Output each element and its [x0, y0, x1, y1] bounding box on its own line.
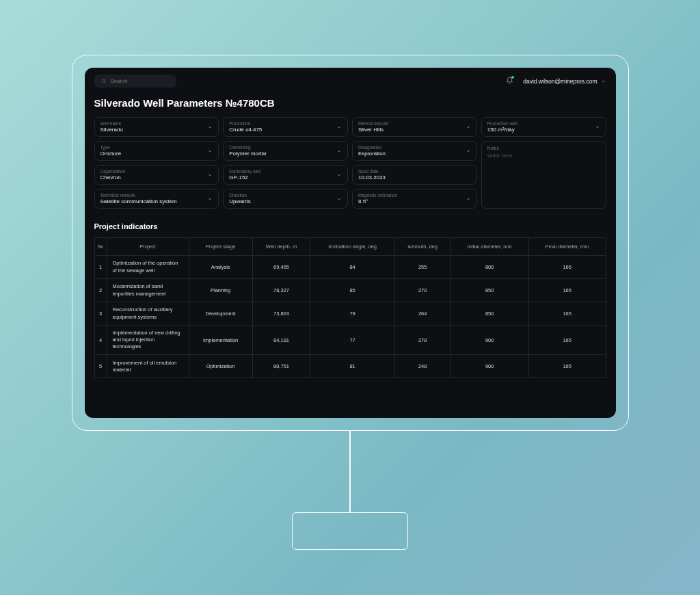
field-type[interactable]: Type Onshore — [94, 141, 219, 161]
field-value: 8.5° — [358, 198, 397, 204]
cell-final-diameter: 165 — [528, 355, 606, 378]
field-value: Crude oil-475 — [229, 127, 262, 133]
field-value: GP-152 — [229, 174, 260, 181]
field-value: Exploration — [358, 150, 386, 157]
cell-stage: Implementation — [189, 326, 252, 355]
cell-final-diameter: 165 — [528, 256, 606, 279]
cell-stage: Development — [189, 302, 252, 326]
field-notes[interactable]: Notes — [481, 141, 606, 209]
cell-depth: 80,751 — [252, 355, 310, 378]
field-label: Organization — [100, 169, 126, 174]
field-label: Direction — [229, 193, 251, 198]
cell-init-diameter: 800 — [450, 256, 528, 279]
field-magnetic-inclination[interactable]: Magnetic inclination 8.5° — [352, 189, 477, 209]
monitor-frame: david.wilson@minepros.com Silverado Well… — [72, 55, 629, 431]
field-production-well[interactable]: Production well 150 m³/day — [481, 117, 606, 137]
field-label: Spud date — [358, 169, 386, 174]
field-exploratory-well[interactable]: Exploratory well GP-152 — [223, 165, 348, 185]
monitor-stand-neck — [349, 430, 351, 512]
col-stage: Project stage — [189, 238, 252, 256]
chevron-down-icon — [207, 148, 213, 154]
monitor-stand-base — [292, 512, 408, 550]
field-value: Silver Hills — [358, 127, 388, 133]
field-spud-date[interactable]: Spud date 10.03.2023 — [352, 165, 477, 185]
field-label: Production well — [487, 121, 517, 126]
chevron-down-icon — [595, 124, 600, 130]
field-production[interactable]: Production Crude oil-475 — [223, 117, 348, 137]
cell-azimuth: 270 — [394, 279, 450, 302]
cell-azimuth: 278 — [394, 326, 450, 355]
col-project: Project — [107, 238, 189, 256]
col-depth: Well depth, m — [252, 238, 310, 256]
field-label: Well name — [100, 121, 123, 126]
search-icon — [101, 78, 107, 84]
field-direction[interactable]: Direction Upwards — [223, 189, 348, 209]
user-menu[interactable]: david.wilson@minepros.com — [523, 78, 606, 85]
cell-init-diameter: 900 — [450, 326, 528, 355]
cell-number: 4 — [94, 326, 107, 355]
table-row[interactable]: 4Implementation of new drilling and liqu… — [94, 326, 606, 355]
field-designation[interactable]: Designation Exploration — [352, 141, 477, 161]
col-final-diam: Final diameter, mm — [528, 238, 606, 256]
chevron-down-icon — [336, 172, 342, 178]
topbar: david.wilson@minepros.com — [85, 68, 616, 94]
field-technical-network[interactable]: Technical network Satellite communicatio… — [94, 189, 219, 209]
cell-project: Improvement of oil emulsion material — [107, 355, 189, 378]
table-row[interactable]: 1Optimization of the operation of the se… — [94, 256, 606, 279]
cell-project: Reconstruction of auxiliary equipment sy… — [107, 302, 189, 326]
field-label: Exploratory well — [229, 169, 260, 174]
form-grid: Well name Silverado Production Crude oil… — [94, 117, 606, 209]
field-label: Cementing — [229, 145, 267, 150]
chevron-down-icon — [207, 124, 213, 130]
table-body: 1Optimization of the operation of the se… — [94, 256, 606, 378]
field-value: 10.03.2023 — [358, 174, 386, 181]
chevron-down-icon — [601, 79, 606, 84]
chevron-down-icon — [466, 196, 471, 202]
table-row[interactable]: 5Improvement of oil emulsion materialOpt… — [94, 355, 606, 378]
col-number: № — [94, 238, 107, 256]
field-label: Technical network — [100, 193, 177, 198]
field-value: Silverado — [100, 127, 123, 133]
table-row[interactable]: 3Reconstruction of auxiliary equipment s… — [94, 302, 606, 326]
cell-azimuth: 248 — [394, 355, 450, 378]
field-label: Mineral deposit — [358, 121, 388, 126]
chevron-down-icon — [336, 148, 342, 154]
field-cementing[interactable]: Cementing Polymer mortar — [223, 141, 348, 161]
col-azimuth: Azimuth, deg — [394, 238, 450, 256]
svg-line-1 — [105, 82, 105, 83]
cell-depth: 73,863 — [252, 302, 310, 326]
field-value: Satellite communication system — [100, 198, 177, 204]
page-title: Silverado Well Parameters №4780CB — [94, 97, 606, 109]
field-value: Chevron — [100, 174, 126, 181]
table-row[interactable]: 2Modernization of sand impurities manage… — [94, 279, 606, 302]
notes-textarea[interactable] — [487, 153, 600, 202]
cell-project: Modernization of sand impurities managem… — [107, 279, 189, 302]
cell-azimuth: 255 — [394, 256, 450, 279]
cell-number: 2 — [94, 279, 107, 302]
cell-inclination: 85 — [310, 279, 395, 302]
col-inclination: Inclination angle, deg — [310, 238, 395, 256]
field-organization[interactable]: Organization Chevron — [94, 165, 219, 185]
cell-inclination: 77 — [310, 326, 395, 355]
notifications-button[interactable] — [506, 77, 513, 85]
chevron-down-icon — [336, 124, 342, 130]
field-mineral-deposit[interactable]: Mineral deposit Silver Hills — [352, 117, 477, 137]
search-box[interactable] — [94, 75, 176, 88]
field-value: 150 m³/day — [487, 127, 517, 133]
field-label: Designation — [358, 145, 386, 150]
chevron-down-icon — [466, 148, 471, 154]
chevron-down-icon — [207, 196, 213, 202]
field-label: Production — [229, 121, 262, 126]
search-input[interactable] — [110, 78, 169, 84]
field-well-name[interactable]: Well name Silverado — [94, 117, 219, 137]
cell-final-diameter: 165 — [528, 326, 606, 355]
svg-point-0 — [102, 79, 105, 83]
cell-stage: Optimization — [189, 355, 252, 378]
cell-init-diameter: 850 — [450, 302, 528, 326]
cell-depth: 78,327 — [252, 279, 310, 302]
cell-number: 1 — [94, 256, 107, 279]
user-email: david.wilson@minepros.com — [523, 78, 597, 85]
field-value: Upwards — [229, 198, 251, 204]
cell-inclination: 81 — [310, 355, 395, 378]
chevron-down-icon — [207, 172, 213, 178]
